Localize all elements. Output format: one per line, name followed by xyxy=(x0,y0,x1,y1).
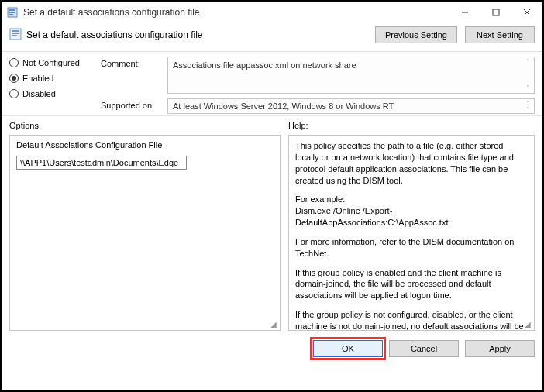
radio-label: Disabled xyxy=(22,89,56,98)
help-pane: Help: This policy specifies the path to … xyxy=(288,121,535,331)
next-setting-button[interactable]: Next Setting xyxy=(465,26,535,43)
close-button[interactable] xyxy=(511,2,542,23)
maximize-button[interactable] xyxy=(480,2,511,23)
supported-value: At least Windows Server 2012, Windows 8 … xyxy=(173,101,394,111)
textarea-scroll[interactable]: ˄˅ xyxy=(523,101,532,112)
option-field-input[interactable] xyxy=(16,156,187,170)
svg-line-6 xyxy=(524,9,530,15)
svg-rect-10 xyxy=(12,33,19,34)
radio-icon xyxy=(9,58,19,67)
radio-icon xyxy=(9,74,19,83)
supported-label: Supported on: xyxy=(101,98,163,110)
options-body: Default Associations Configuration File … xyxy=(9,135,281,331)
help-paragraph: This policy specifies the path to a file… xyxy=(295,140,528,186)
comment-label: Comment: xyxy=(101,57,163,68)
bottom-bar: OK Cancel Apply xyxy=(2,334,542,365)
radio-not-configured[interactable]: Not Configured xyxy=(9,58,95,67)
radio-label: Not Configured xyxy=(22,58,80,67)
svg-rect-9 xyxy=(12,30,19,32)
radio-label: Enabled xyxy=(22,74,53,83)
titlebar: Set a default associations configuration… xyxy=(2,2,542,23)
minimize-button[interactable] xyxy=(449,2,480,23)
help-line: For example: xyxy=(295,194,345,204)
app-icon xyxy=(6,6,19,19)
svg-rect-11 xyxy=(12,35,17,36)
radio-disabled[interactable]: Disabled xyxy=(9,89,95,98)
help-paragraph: For example: Dism.exe /Online /Export-De… xyxy=(295,194,528,229)
comment-textarea[interactable]: Associations file appassoc.xml on networ… xyxy=(167,57,535,94)
header-row: Set a default associations configuration… xyxy=(2,23,542,51)
window-title: Set a default associations configuration… xyxy=(23,7,449,18)
options-pane: Options: Default Associations Configurat… xyxy=(9,121,281,331)
ok-button[interactable]: OK xyxy=(313,340,383,357)
comment-value: Associations file appassoc.xml on networ… xyxy=(173,60,356,70)
svg-rect-2 xyxy=(9,12,15,13)
svg-line-7 xyxy=(524,9,530,15)
help-paragraph: For more information, refer to the DISM … xyxy=(295,236,528,260)
help-paragraph: If this group policy is enabled and the … xyxy=(295,267,528,302)
help-title: Help: xyxy=(288,121,535,130)
resize-grip-icon: ◢ xyxy=(268,318,279,329)
supported-field: At least Windows Server 2012, Windows 8 … xyxy=(167,98,535,114)
svg-rect-1 xyxy=(9,9,15,11)
window-controls xyxy=(449,2,542,23)
cancel-button[interactable]: Cancel xyxy=(389,340,459,357)
fields-column: Comment: Associations file appassoc.xml … xyxy=(101,57,535,114)
radio-enabled[interactable]: Enabled xyxy=(9,74,95,83)
previous-setting-button[interactable]: Previous Setting xyxy=(375,26,457,43)
svg-rect-5 xyxy=(493,9,499,15)
help-line: Dism.exe /Online /Export-DefaultAppAssoc… xyxy=(295,206,448,227)
state-column: Not Configured Enabled Disabled xyxy=(9,57,95,114)
setting-icon xyxy=(9,28,22,42)
setting-title: Set a default associations configuration… xyxy=(26,29,202,40)
lower-panes: Options: Default Associations Configurat… xyxy=(2,115,542,334)
help-body: This policy specifies the path to a file… xyxy=(288,135,535,331)
options-title: Options: xyxy=(9,121,281,130)
config-area: Not Configured Enabled Disabled Comment:… xyxy=(2,52,542,115)
svg-rect-3 xyxy=(9,14,13,15)
resize-grip-icon: ◢ xyxy=(522,318,533,329)
apply-button[interactable]: Apply xyxy=(465,340,535,357)
radio-icon xyxy=(9,89,19,98)
help-paragraph: If the group policy is not configured, d… xyxy=(295,309,528,331)
option-field-label: Default Associations Configuration File xyxy=(16,140,274,150)
textarea-scroll[interactable]: ˄˅ xyxy=(523,59,532,91)
